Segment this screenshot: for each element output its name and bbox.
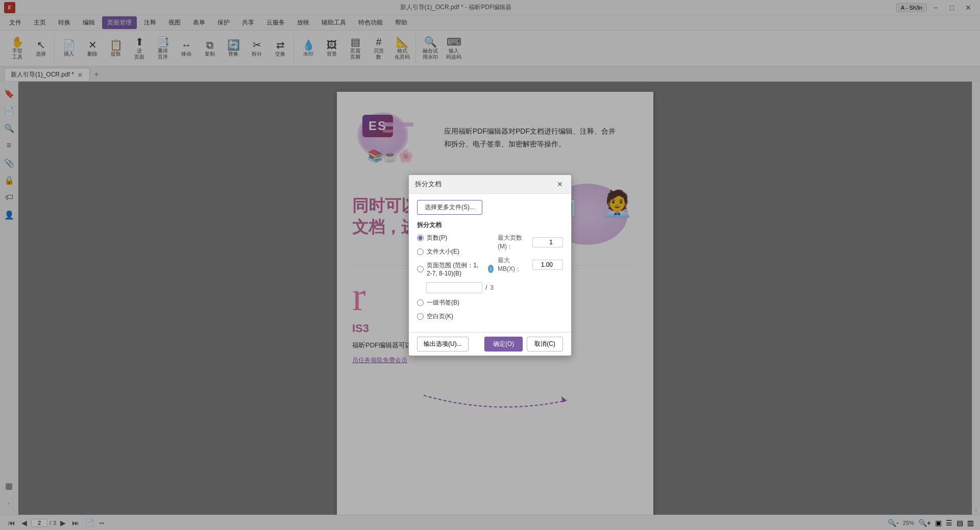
radio-blankpage-label[interactable]: 空白页(K) bbox=[427, 312, 453, 321]
dialog-footer: 输出选项(U)... 确定(O) 取消(C) bbox=[409, 332, 571, 356]
radio-bookmark-label[interactable]: 一级书签(B) bbox=[427, 298, 459, 307]
page-range-input[interactable] bbox=[426, 282, 482, 293]
split-dialog: 拆分文档 ✕ 选择更多文件(S)... 拆分文档 页数(P) bbox=[408, 174, 572, 356]
select-files-button[interactable]: 选择更多文件(S)... bbox=[417, 200, 482, 215]
ok-button[interactable]: 确定(O) bbox=[484, 337, 523, 351]
dialog-actions: 确定(O) 取消(C) bbox=[484, 337, 563, 351]
max-pages-input[interactable] bbox=[532, 237, 563, 247]
radio-filesize-label[interactable]: 文件大小(E) bbox=[427, 247, 459, 256]
info-icon[interactable]: i bbox=[488, 265, 494, 273]
radio-pages-label[interactable]: 页数(P) bbox=[427, 234, 447, 242]
split-radios: 页数(P) 文件大小(E) 页面范围 (范例：1, 2-7, 8-10)(B) … bbox=[417, 234, 494, 326]
output-options-button[interactable]: 输出选项(U)... bbox=[417, 337, 469, 351]
radio-pagerange-label[interactable]: 页面范围 (范例：1, 2-7, 8-10)(B) bbox=[427, 261, 485, 277]
max-mb-input[interactable] bbox=[532, 260, 563, 270]
dialog-title: 拆分文档 bbox=[415, 180, 442, 189]
radio-pages[interactable] bbox=[417, 235, 424, 241]
right-inputs: 最大页数(M)： 最大MB(X)： bbox=[498, 234, 563, 326]
radio-blankpage-row: 空白页(K) bbox=[417, 312, 494, 321]
radio-bookmark-row: 一级书签(B) bbox=[417, 298, 494, 307]
radio-pagerange-row: 页面范围 (范例：1, 2-7, 8-10)(B) i bbox=[417, 261, 494, 277]
max-pages-label: 最大页数(M)： bbox=[498, 234, 529, 251]
page-range-input-row: / 3 bbox=[426, 282, 494, 293]
max-mb-label: 最大MB(X)： bbox=[498, 256, 529, 273]
dialog-body: 选择更多文件(S)... 拆分文档 页数(P) 文件大小(E) bbox=[409, 194, 571, 332]
radio-pagerange[interactable] bbox=[417, 266, 424, 272]
radio-filesize[interactable] bbox=[417, 248, 424, 255]
dialog-section-label: 拆分文档 bbox=[417, 221, 563, 230]
page-range-total: 3 bbox=[490, 284, 494, 291]
cancel-button[interactable]: 取消(C) bbox=[527, 337, 563, 351]
modal-overlay: 拆分文档 ✕ 选择更多文件(S)... 拆分文档 页数(P) bbox=[0, 0, 980, 530]
page-separator-slash: / bbox=[485, 284, 487, 291]
split-options-area: 页数(P) 文件大小(E) 页面范围 (范例：1, 2-7, 8-10)(B) … bbox=[417, 234, 563, 326]
dialog-close-button[interactable]: ✕ bbox=[555, 179, 565, 189]
radio-pages-row: 页数(P) bbox=[417, 234, 494, 242]
radio-blankpage[interactable] bbox=[417, 313, 424, 320]
max-pages-row: 最大页数(M)： bbox=[498, 234, 563, 251]
radio-filesize-row: 文件大小(E) bbox=[417, 247, 494, 256]
radio-bookmark[interactable] bbox=[417, 299, 424, 306]
max-mb-row: 最大MB(X)： bbox=[498, 256, 563, 273]
dialog-header: 拆分文档 ✕ bbox=[409, 175, 571, 194]
